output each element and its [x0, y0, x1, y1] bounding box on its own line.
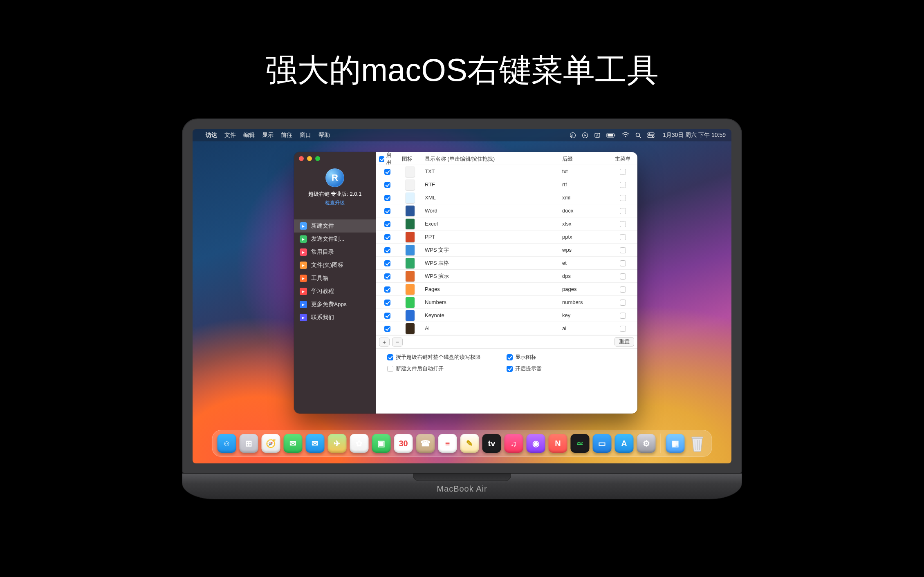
table-row[interactable]: WPS 表格et [376, 257, 637, 270]
sidebar-item-4[interactable]: ▸工具箱 [294, 272, 376, 285]
sidebar-item-3[interactable]: ▸文件(夹)图标 [294, 259, 376, 272]
dock-mail[interactable]: ✉ [306, 434, 325, 453]
row-mainmenu-checkbox[interactable] [620, 326, 626, 332]
dock-maps[interactable]: ✈ [328, 434, 347, 453]
remove-button[interactable]: − [392, 338, 403, 347]
dock-stocks[interactable]: ≃ [571, 434, 590, 453]
row-enable-checkbox[interactable] [384, 182, 390, 188]
control-center-icon[interactable] [647, 132, 655, 138]
menu-file[interactable]: 文件 [224, 132, 236, 139]
table-row[interactable]: Excelxlsx [376, 217, 637, 230]
input-icon[interactable]: A [594, 132, 601, 139]
row-name[interactable]: Keynote [422, 312, 559, 318]
dock-settings[interactable]: ⚙ [637, 434, 656, 453]
menubar-app-name[interactable]: 访达 [206, 132, 217, 139]
search-icon[interactable] [635, 132, 641, 139]
dock-music[interactable]: ♫ [505, 434, 523, 453]
music-icon[interactable] [570, 132, 576, 139]
option-autoopen[interactable]: 新建文件后自动打开 [387, 365, 507, 372]
option-grant[interactable]: 授予超级右键对整个磁盘的读写权限 [387, 353, 507, 361]
row-name[interactable]: WPS 表格 [422, 259, 559, 267]
dock-keynote[interactable]: ▭ [593, 434, 612, 453]
row-name[interactable]: Pages [422, 286, 559, 292]
battery-icon[interactable] [606, 132, 616, 138]
table-row[interactable]: PPTpptx [376, 230, 637, 244]
row-mainmenu-checkbox[interactable] [620, 169, 626, 175]
window-zoom-button[interactable] [315, 156, 320, 161]
row-name[interactable]: XML [422, 195, 559, 201]
option-sound[interactable]: 开启提示音 [507, 365, 626, 372]
row-mainmenu-checkbox[interactable] [620, 208, 626, 214]
table-row[interactable]: Worddocx [376, 204, 637, 217]
table-row[interactable]: RTFrtf [376, 178, 637, 191]
dock-photos[interactable]: ✿ [350, 434, 369, 453]
dock-safari[interactable]: 🧭 [262, 434, 280, 453]
row-mainmenu-checkbox[interactable] [620, 286, 626, 293]
row-name[interactable]: Word [422, 208, 559, 214]
table-row[interactable]: Keynotekey [376, 309, 637, 322]
row-enable-checkbox[interactable] [384, 169, 390, 175]
menu-edit[interactable]: 编辑 [243, 132, 255, 139]
row-enable-checkbox[interactable] [384, 247, 390, 253]
table-row[interactable]: WPS 文字wps [376, 244, 637, 257]
row-mainmenu-checkbox[interactable] [620, 234, 626, 240]
option-showicon[interactable]: 显示图标 [507, 353, 626, 361]
col-ext[interactable]: 后缀 [559, 156, 608, 163]
row-name[interactable]: WPS 演示 [422, 273, 559, 280]
dock-news[interactable]: N [549, 434, 567, 453]
check-update-link[interactable]: 检查升级 [294, 199, 376, 206]
sidebar-item-7[interactable]: ▸联系我们 [294, 311, 376, 324]
reset-button[interactable]: 重置 [615, 337, 634, 347]
dock-launchpad[interactable]: ⊞ [240, 434, 258, 453]
dock-messages[interactable]: ✉ [284, 434, 303, 453]
row-enable-checkbox[interactable] [384, 300, 390, 306]
table-row[interactable]: Pagespages [376, 283, 637, 296]
row-mainmenu-checkbox[interactable] [620, 300, 626, 306]
col-name[interactable]: 显示名称 (单击编辑/按住拖拽) [422, 156, 559, 163]
select-all-checkbox[interactable] [379, 156, 384, 162]
row-enable-checkbox[interactable] [384, 208, 390, 214]
dock-contacts[interactable]: ☎ [416, 434, 435, 453]
row-mainmenu-checkbox[interactable] [620, 195, 626, 201]
sidebar-item-6[interactable]: ▸更多免费Apps [294, 298, 376, 311]
table-row[interactable]: Aiai [376, 322, 637, 335]
row-name[interactable]: WPS 文字 [422, 246, 559, 254]
row-enable-checkbox[interactable] [384, 313, 390, 319]
table-row[interactable]: Numbersnumbers [376, 296, 637, 309]
dock-notes[interactable]: ✎ [460, 434, 479, 453]
row-name[interactable]: Excel [422, 221, 559, 227]
menu-help[interactable]: 帮助 [318, 132, 330, 139]
menu-view[interactable]: 显示 [262, 132, 274, 139]
window-minimize-button[interactable] [307, 156, 312, 161]
col-icon[interactable]: 图标 [399, 156, 422, 163]
row-mainmenu-checkbox[interactable] [620, 221, 626, 227]
dock-podcasts[interactable]: ◉ [527, 434, 545, 453]
menu-go[interactable]: 前往 [281, 132, 292, 139]
row-enable-checkbox[interactable] [384, 260, 390, 266]
table-row[interactable]: XMLxml [376, 191, 637, 204]
dock-calendar[interactable]: 30 [394, 434, 413, 453]
row-enable-checkbox[interactable] [384, 234, 390, 240]
table-row[interactable]: WPS 演示dps [376, 270, 637, 283]
row-name[interactable]: RTF [422, 181, 559, 188]
row-mainmenu-checkbox[interactable] [620, 182, 626, 188]
dock-recent-folder[interactable]: ▦ [666, 434, 685, 453]
row-name[interactable]: PPT [422, 234, 559, 240]
row-mainmenu-checkbox[interactable] [620, 260, 626, 266]
row-enable-checkbox[interactable] [384, 273, 390, 280]
add-button[interactable]: + [379, 338, 390, 347]
sidebar-item-2[interactable]: ▸常用目录 [294, 246, 376, 259]
row-mainmenu-checkbox[interactable] [620, 313, 626, 319]
sidebar-item-5[interactable]: ▸学习教程 [294, 285, 376, 298]
row-mainmenu-checkbox[interactable] [620, 273, 626, 280]
menu-window[interactable]: 窗口 [300, 132, 311, 139]
window-close-button[interactable] [299, 156, 304, 161]
play-icon[interactable] [582, 132, 588, 139]
row-name[interactable]: Ai [422, 325, 559, 331]
col-mainmenu[interactable]: 主菜单 [608, 156, 637, 163]
sidebar-item-1[interactable]: ▸发送文件到... [294, 233, 376, 246]
dock-facetime[interactable]: ▣ [372, 434, 391, 453]
dock-trash[interactable] [688, 434, 707, 453]
dock-appstore[interactable]: A [615, 434, 634, 453]
col-enable[interactable]: 启用 [376, 152, 399, 166]
